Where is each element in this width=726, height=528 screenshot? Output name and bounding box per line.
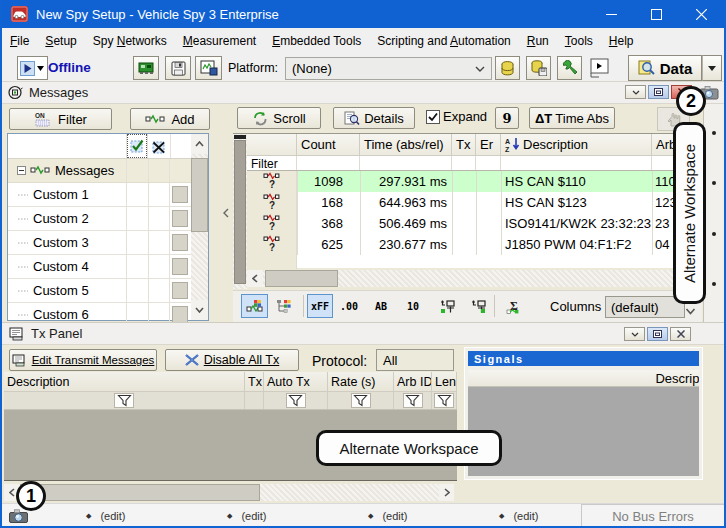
run-dropdown-button[interactable] <box>36 56 48 80</box>
filter-funnel-button[interactable] <box>114 393 134 408</box>
status-edit-item[interactable]: ◆(edit) <box>227 504 266 527</box>
menu-embedded-tools[interactable]: Embedded Tools <box>264 31 369 51</box>
message-row[interactable]: ?625230.677 msJ1850 PWM 04:F1:F204 F <box>247 234 699 255</box>
messages-menu-button[interactable] <box>625 85 646 99</box>
tx-filter-cell[interactable] <box>4 392 245 409</box>
scroll-left-arrow[interactable] <box>247 270 263 287</box>
tree-cell-button[interactable] <box>172 306 188 323</box>
filter-button[interactable]: ON Filter <box>9 108 112 130</box>
tree-vscrollbar[interactable] <box>191 134 208 320</box>
message-row[interactable]: ?1098297.931 msHS CAN $110110 <box>247 171 699 192</box>
status-edit-item[interactable]: ◆(edit) <box>86 504 125 527</box>
menu-measurement[interactable]: Measurement <box>175 31 264 51</box>
view-tree-mode-button[interactable] <box>271 294 298 318</box>
panel-splitter[interactable] <box>218 104 233 322</box>
minimize-button[interactable] <box>589 0 634 28</box>
add-button[interactable]: Add <box>130 108 210 130</box>
tx-hscrollbar[interactable] <box>4 484 454 501</box>
filter-cell[interactable] <box>501 156 652 170</box>
scroll-down-arrow[interactable] <box>191 300 208 320</box>
signals-header[interactable]: Signals <box>468 351 699 366</box>
expand-signals-button[interactable] <box>465 295 491 318</box>
details-button[interactable]: Details <box>333 107 415 129</box>
scroll-thumb[interactable] <box>20 484 260 501</box>
tx-filter-cell[interactable] <box>432 392 457 409</box>
tx-column-header-rate-s-[interactable]: Rate (s) <box>328 372 394 392</box>
edit-transmit-button[interactable]: Edit Transmit Messages <box>9 349 157 371</box>
tx-column-header-auto-tx[interactable]: Auto Tx <box>264 372 328 392</box>
tree-row-custom[interactable]: Custom 2 <box>8 207 191 231</box>
expand-checkbox[interactable]: Expand <box>426 109 487 124</box>
filter-cell[interactable] <box>360 156 452 170</box>
dock-panel-button[interactable] <box>588 57 612 81</box>
tx-filter-cell[interactable] <box>245 392 264 409</box>
collapse-toggle-icon[interactable] <box>17 166 26 175</box>
filter-funnel-button[interactable] <box>434 393 454 408</box>
tree-row-messages-root[interactable]: Messages <box>8 159 191 183</box>
scroll-thumb[interactable] <box>234 140 246 284</box>
statistics-button[interactable]: Σ <box>500 295 528 318</box>
format-ascii-button[interactable]: AB <box>369 294 393 318</box>
filter-label-cell[interactable]: Filter <box>247 156 297 170</box>
tx-column-header-len[interactable]: Len <box>432 372 457 392</box>
message-row[interactable]: ?368506.469 msISO9141/KW2K 23:32:2323 3 <box>247 213 699 234</box>
analysis-save-button[interactable] <box>195 56 222 80</box>
decode-signals-button[interactable] <box>434 295 460 318</box>
format-decimal-button[interactable]: .00 <box>337 294 361 318</box>
format-hex-button[interactable]: xFF <box>307 294 333 318</box>
data-dropdown-button[interactable] <box>702 55 722 81</box>
format-binary-button[interactable]: 10 <box>401 294 425 318</box>
scroll-thumb[interactable] <box>191 158 208 232</box>
messages-restore-button[interactable] <box>648 85 669 99</box>
tx-filter-cell[interactable] <box>394 392 432 409</box>
messages-vscrollbar[interactable] <box>233 134 247 289</box>
column-header-tx[interactable]: Tx <box>452 134 476 156</box>
tree-cell-button[interactable] <box>172 210 188 227</box>
menu-spy-networks[interactable]: Spy Networks <box>85 31 175 51</box>
tx-column-header-description[interactable]: Description <box>4 372 245 392</box>
check-all-button[interactable] <box>127 134 147 158</box>
column-header-count[interactable]: Count <box>297 134 360 156</box>
menu-help[interactable]: Help <box>601 31 642 51</box>
columns-dropdown-chevron[interactable] <box>685 303 696 318</box>
filter-funnel-button[interactable] <box>286 393 306 408</box>
scroll-up-arrow[interactable] <box>191 134 208 154</box>
database-button[interactable] <box>495 56 520 80</box>
disable-all-tx-button[interactable]: Disable All Tx <box>165 349 299 371</box>
tree-cell-button[interactable] <box>172 282 188 299</box>
menu-file[interactable]: File <box>2 31 37 51</box>
protocol-select[interactable]: All <box>376 349 454 371</box>
tx-column-header-arb-id[interactable]: Arb ID <box>394 372 432 392</box>
messages-hscrollbar[interactable] <box>247 270 699 287</box>
tx-close-button[interactable] <box>670 327 691 341</box>
status-edit-item[interactable]: ◆(edit) <box>368 504 407 527</box>
filter-cell[interactable] <box>297 156 360 170</box>
menu-setup[interactable]: Setup <box>37 31 84 51</box>
status-edit-item[interactable]: ◆(edit) <box>499 504 538 527</box>
menu-run[interactable]: Run <box>519 31 557 51</box>
tree-cell-button[interactable] <box>172 258 188 275</box>
network-hardware-button[interactable] <box>133 56 159 80</box>
uncheck-all-button[interactable] <box>149 135 169 158</box>
view-messages-mode-button[interactable] <box>241 294 268 318</box>
messages-filter-row[interactable]: Filter <box>247 156 699 171</box>
maximize-button[interactable] <box>634 0 679 28</box>
column-header-icon[interactable] <box>247 134 297 156</box>
column-header-description[interactable]: AZDescription <box>501 134 652 156</box>
setup-hardware-button[interactable] <box>557 56 582 80</box>
tx-filter-cell[interactable] <box>264 392 328 409</box>
run-button[interactable] <box>17 56 36 80</box>
alternate-workspace-tab[interactable]: Alternate Workspace <box>673 122 706 304</box>
tree-row-custom[interactable]: Custom 5 <box>8 279 191 303</box>
tx-filter-cell[interactable] <box>328 392 394 409</box>
tx-restore-button[interactable] <box>647 327 668 341</box>
save-database-button[interactable] <box>526 56 551 80</box>
byte-format-button[interactable]: 9 <box>495 107 519 129</box>
scroll-right-arrow[interactable] <box>439 484 454 501</box>
scroll-thumb[interactable] <box>265 270 338 287</box>
signals-column-header[interactable]: Descripti <box>468 370 699 387</box>
bottom-splitter[interactable] <box>457 345 464 503</box>
time-abs-button[interactable]: ΔT Time Abs <box>529 107 615 129</box>
tree-row-custom[interactable]: Custom 4 <box>8 255 191 279</box>
tree-cell-button[interactable] <box>172 234 188 251</box>
